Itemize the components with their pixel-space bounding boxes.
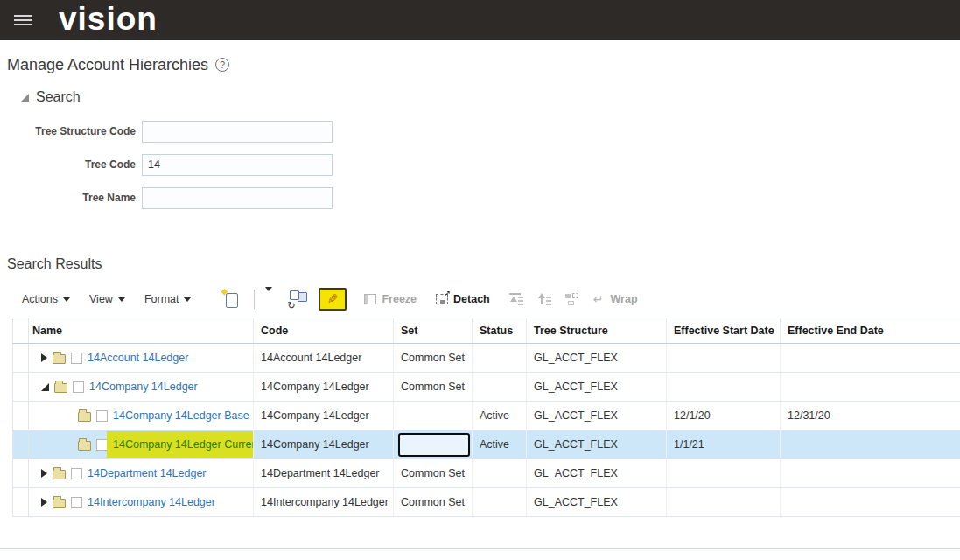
tree-code-input[interactable] xyxy=(142,154,333,176)
freeze-label: Freeze xyxy=(382,293,417,305)
effective-end-date-cell xyxy=(781,488,960,517)
status-cell xyxy=(473,373,527,402)
tree-structure-code-input[interactable] xyxy=(142,121,333,143)
chevron-down-icon xyxy=(184,298,191,302)
tree-name-input[interactable] xyxy=(142,187,333,209)
tree-node-link[interactable]: 14Department 14Ledger xyxy=(88,467,207,480)
folder-icon xyxy=(53,354,66,364)
search-heading: Search xyxy=(36,89,81,105)
table-row[interactable]: 14Company 14Ledger Base 14Company 14Ledg… xyxy=(13,402,960,430)
folder-icon xyxy=(78,412,91,422)
folder-icon xyxy=(53,470,66,480)
name-cell: 14Account 14Ledger xyxy=(29,344,254,373)
wrap-label: Wrap xyxy=(611,293,638,305)
effective-end-date-cell xyxy=(781,459,960,488)
format-menu[interactable]: Format xyxy=(144,293,192,305)
set-cell xyxy=(394,430,473,459)
row-checkbox[interactable] xyxy=(71,353,82,364)
row-header-cell xyxy=(13,430,29,459)
row-checkbox[interactable] xyxy=(71,497,82,508)
set-input[interactable] xyxy=(398,433,470,457)
code-cell: 14Account 14Ledger xyxy=(254,344,394,373)
table-row[interactable]: 14Department 14Ledger 14Department 14Led… xyxy=(13,459,960,488)
name-cell: 14Intercompany 14Ledger xyxy=(29,488,254,517)
panel-front-icon xyxy=(290,290,299,300)
table-header-row: Name Code Set Status Tree Structure Effe… xyxy=(13,318,960,344)
tree-structure-cell: GL_ACCT_FLEX xyxy=(527,459,667,488)
freeze-icon xyxy=(364,294,376,304)
tree-structure-cell: GL_ACCT_FLEX xyxy=(527,430,667,459)
expand-node-icon[interactable] xyxy=(41,469,47,478)
code-cell: 14Company 14Ledger xyxy=(254,430,394,459)
results-toolbar: Actions View Format ✦ ↻ ✎ Freeze ↗ Detac… xyxy=(22,287,960,312)
row-header-cell xyxy=(13,488,29,517)
detach-label: Detach xyxy=(453,293,490,305)
column-header-effective-end-date: Effective End Date xyxy=(781,318,960,344)
freeze-button: Freeze xyxy=(364,293,417,305)
row-header-cell xyxy=(13,402,29,430)
actions-menu-label: Actions xyxy=(22,293,58,305)
table-row[interactable]: 14Account 14Ledger 14Account 14Ledger Co… xyxy=(13,344,960,373)
tree-node-link[interactable]: 14Company 14Ledger Current xyxy=(113,438,254,451)
app-header: vision xyxy=(0,0,960,40)
status-cell: Active xyxy=(473,430,527,459)
format-menu-label: Format xyxy=(144,293,179,305)
expand-node-icon[interactable] xyxy=(41,498,47,507)
view-menu[interactable]: View xyxy=(89,293,125,305)
table-row[interactable]: 14Company 14Ledger 14Company 14Ledger Co… xyxy=(13,373,960,402)
collapse-node-icon[interactable] xyxy=(41,383,49,391)
name-cell: 14Company 14Ledger Base xyxy=(29,402,254,430)
tree-code-label: Tree Code xyxy=(0,158,142,171)
actions-menu[interactable]: Actions xyxy=(22,293,70,305)
create-star-icon: ✦ xyxy=(220,286,228,298)
tree-node-link[interactable]: 14Company 14Ledger xyxy=(89,381,198,393)
table-row-selected[interactable]: 14Company 14Ledger Current 14Company 14L… xyxy=(13,430,960,459)
set-cell: Common Set xyxy=(394,344,473,373)
wrap-button: ↵ Wrap xyxy=(593,293,638,305)
row-checkbox[interactable] xyxy=(96,410,108,422)
row-checkbox[interactable] xyxy=(71,468,82,480)
help-glyph: ? xyxy=(220,60,225,70)
folder-icon xyxy=(54,383,67,393)
sync-hierarchy-button[interactable]: ↻ xyxy=(288,290,308,308)
effective-start-date-cell xyxy=(667,373,781,402)
hamburger-menu-icon[interactable] xyxy=(14,12,35,28)
tree-name-label: Tree Name xyxy=(0,192,142,204)
column-header-tree-structure: Tree Structure xyxy=(527,318,667,344)
table-row[interactable]: 14Intercompany 14Ledger 14Intercompany 1… xyxy=(13,488,960,517)
tree-structure-code-label: Tree Structure Code xyxy=(0,125,142,137)
search-results-table: Name Code Set Status Tree Structure Effe… xyxy=(12,318,960,517)
wrap-arrow-icon: ↵ xyxy=(593,293,604,305)
detach-button[interactable]: ↗ Detach xyxy=(436,293,490,305)
row-checkbox[interactable] xyxy=(73,382,84,393)
tree-node-link[interactable]: 14Account 14Ledger xyxy=(88,352,188,364)
help-icon[interactable]: ? xyxy=(215,58,229,72)
create-button[interactable]: ✦ xyxy=(222,291,238,308)
edit-button[interactable]: ✎ xyxy=(319,288,347,311)
vision-logo: vision xyxy=(59,3,158,35)
set-cell: Common Set xyxy=(394,488,473,517)
column-header-code: Code xyxy=(254,318,394,344)
effective-start-date-cell xyxy=(667,459,781,488)
toolbar-separator xyxy=(254,290,255,309)
tree-node-link[interactable]: 14Company 14Ledger Base xyxy=(113,410,249,422)
effective-end-date-cell xyxy=(781,430,960,459)
tree-node-link[interactable]: 14Intercompany 14Ledger xyxy=(88,496,215,508)
search-collapse-icon[interactable] xyxy=(21,94,29,102)
status-cell xyxy=(473,459,527,488)
code-cell: 14Company 14Ledger xyxy=(254,402,394,430)
row-header-column xyxy=(13,318,29,344)
status-cell: Active xyxy=(473,402,527,430)
tree-structure-cell: GL_ACCT_FLEX xyxy=(527,402,667,430)
folder-icon xyxy=(78,441,91,451)
effective-start-date-cell xyxy=(667,344,781,373)
footer-divider xyxy=(0,548,960,549)
chevron-down-icon xyxy=(63,298,70,302)
create-dropdown-button[interactable] xyxy=(262,288,276,311)
panel-back-icon xyxy=(298,292,307,302)
row-header-cell xyxy=(13,344,29,373)
name-cell: 14Company 14Ledger Current xyxy=(29,430,254,459)
row-header-cell xyxy=(13,373,29,402)
effective-end-date-cell: 12/31/20 xyxy=(781,402,960,430)
expand-node-icon[interactable] xyxy=(41,354,47,362)
